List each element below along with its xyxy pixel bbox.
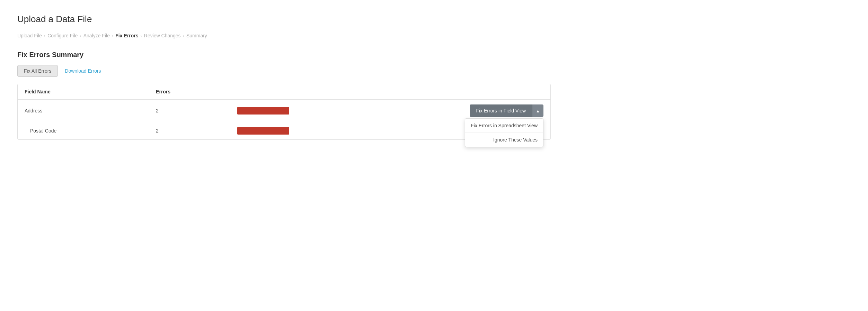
breadcrumb-sep-5: › [183, 33, 184, 38]
fix-errors-chevron-button[interactable]: ▲ [532, 104, 543, 117]
fix-all-errors-button[interactable]: Fix All Errors [17, 65, 58, 77]
breadcrumb-fix-errors: Fix Errors [115, 33, 138, 38]
breadcrumb-review-changes: Review Changes [144, 33, 181, 38]
error-bar-cell-postal-code [230, 122, 300, 140]
col-field-name: Field Name [18, 84, 149, 100]
breadcrumb-sep-2: › [80, 33, 81, 38]
page-title: Upload a Data File [17, 14, 851, 25]
ignore-values-item[interactable]: Ignore These Values [465, 132, 543, 147]
error-bar-postal-code [237, 127, 289, 135]
table-row: Address 2 Fix Errors in Field View ▲ Fix… [18, 100, 550, 122]
fix-errors-dropdown: Fix Errors in Spreadsheet View Ignore Th… [465, 118, 543, 147]
error-bar-address [237, 107, 289, 115]
section-title: Fix Errors Summary [17, 51, 851, 59]
breadcrumb-sep-1: › [44, 33, 45, 38]
breadcrumb-summary: Summary [186, 33, 207, 38]
fix-errors-btn-group: Fix Errors in Field View ▲ Fix Errors in… [470, 104, 543, 117]
error-count-postal-code: 2 [149, 122, 230, 140]
table-header-row: Field Name Errors [18, 84, 550, 100]
actions-cell-address: Fix Errors in Field View ▲ Fix Errors in… [300, 100, 550, 122]
col-bar [230, 84, 300, 100]
field-name-address: Address [18, 100, 149, 122]
error-count-address: 2 [149, 100, 230, 122]
download-errors-button[interactable]: Download Errors [65, 68, 101, 74]
actions-row: Fix All Errors Download Errors [17, 65, 851, 77]
breadcrumb-upload-file: Upload File [17, 33, 42, 38]
breadcrumb-sep-3: › [112, 33, 113, 38]
errors-table-container: Field Name Errors Address 2 Fix Errors i… [17, 84, 551, 140]
col-actions [300, 84, 550, 100]
fix-errors-spreadsheet-item[interactable]: Fix Errors in Spreadsheet View [465, 119, 543, 132]
breadcrumb-configure-file: Configure File [47, 33, 78, 38]
error-bar-cell-address [230, 100, 300, 122]
breadcrumb-analyze-file: Analyze File [83, 33, 110, 38]
fix-errors-field-view-button[interactable]: Fix Errors in Field View [470, 104, 532, 117]
field-name-postal-code: Postal Code [18, 122, 149, 140]
breadcrumb-sep-4: › [140, 33, 142, 38]
breadcrumb: Upload File › Configure File › Analyze F… [17, 33, 851, 38]
errors-table: Field Name Errors Address 2 Fix Errors i… [18, 84, 550, 139]
chevron-up-icon: ▲ [536, 109, 540, 113]
col-errors: Errors [149, 84, 230, 100]
